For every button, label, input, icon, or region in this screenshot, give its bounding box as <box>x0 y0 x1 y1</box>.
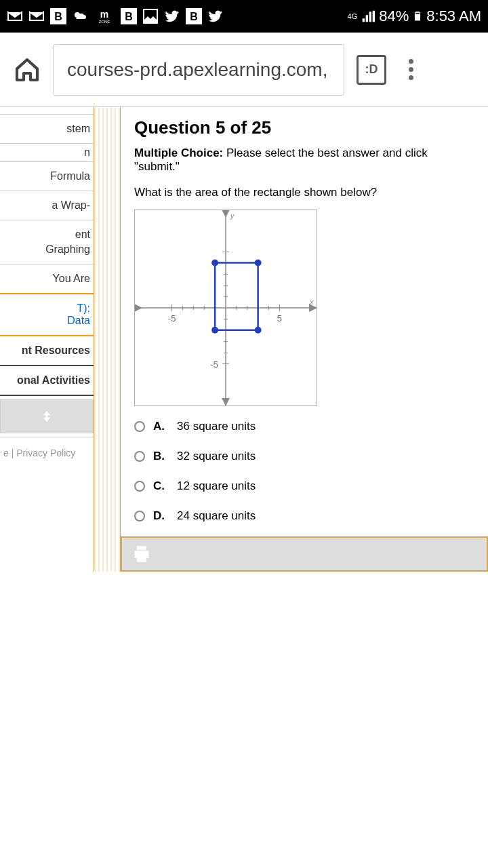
weather-icon <box>72 8 88 24</box>
status-right: 4G 84% 8:53 AM <box>348 7 481 25</box>
signal-icon <box>361 8 375 24</box>
tabs-button[interactable]: :D <box>357 55 386 85</box>
battery-percent: 84% <box>379 7 409 25</box>
coordinate-graph: -5 5 -5 x y <box>134 210 317 406</box>
sidebar-item[interactable]: stem <box>0 114 94 144</box>
svg-text:B: B <box>190 11 198 22</box>
svg-text:ZONE: ZONE <box>99 20 110 24</box>
menu-icon[interactable] <box>399 59 424 80</box>
notification-icons: B mZONE B B <box>7 8 224 24</box>
radio-icon[interactable] <box>134 481 145 492</box>
svg-point-41 <box>211 260 218 267</box>
svg-point-43 <box>211 327 218 334</box>
svg-text:m: m <box>100 9 108 20</box>
twitter-icon <box>207 8 224 24</box>
b-icon: B <box>186 8 202 24</box>
sidebar-item[interactable]: Formula <box>0 162 94 191</box>
sidebar-item-active[interactable]: Data <box>0 315 94 336</box>
radio-icon[interactable] <box>134 451 145 462</box>
battery-icon <box>413 8 422 24</box>
sidebar-header[interactable]: onal Activities <box>0 366 94 396</box>
svg-rect-40 <box>215 262 258 330</box>
choice-b[interactable]: B.32 square units <box>134 450 474 463</box>
svg-rect-11 <box>415 14 420 20</box>
b-icon: B <box>121 8 137 24</box>
mail-icon <box>7 8 23 24</box>
browser-toolbar: courses-prd.apexlearning.com, :D <box>0 33 488 107</box>
sidebar-item-active[interactable]: T): <box>0 294 94 315</box>
sidebar-item[interactable]: a Wrap- <box>0 191 94 220</box>
svg-rect-12 <box>417 12 420 12</box>
svg-text:y: y <box>230 212 235 220</box>
url-bar[interactable]: courses-prd.apexlearning.com, <box>53 44 344 96</box>
sidebar-item[interactable]: Graphing <box>0 242 94 264</box>
radio-icon[interactable] <box>134 511 145 521</box>
svg-text:x: x <box>309 298 314 306</box>
sidebar-item[interactable]: ent <box>0 220 94 242</box>
image-icon <box>142 8 159 24</box>
question-panel: Question 5 of 25 Multiple Choice: Please… <box>121 107 488 572</box>
tree-icon <box>40 410 54 423</box>
collapse-button[interactable] <box>0 399 94 433</box>
sidebar-item[interactable]: You Are <box>0 264 94 294</box>
graph-svg: -5 5 -5 x y <box>135 210 317 406</box>
network-type: 4G <box>348 12 358 20</box>
divider <box>94 107 121 572</box>
svg-text:B: B <box>125 11 133 22</box>
url-text: courses-prd.apexlearning.com, <box>67 59 327 81</box>
footer-links[interactable]: e | Privacy Policy <box>0 437 94 469</box>
home-icon[interactable] <box>14 56 41 83</box>
status-bar: B mZONE B B 4G 84% 8:53 AM <box>0 0 488 33</box>
clock: 8:53 AM <box>426 7 481 25</box>
question-prompt: What is the area of the rectangle shown … <box>134 186 474 199</box>
page-content: stem n Formula a Wrap- ent Graphing You … <box>0 107 488 572</box>
choices: A.36 square units B.32 square units C.12… <box>134 420 474 523</box>
svg-text:-5: -5 <box>168 313 176 323</box>
choice-a[interactable]: A.36 square units <box>134 420 474 433</box>
svg-point-44 <box>255 327 262 334</box>
bottom-toolbar <box>121 536 488 572</box>
choice-c[interactable]: C.12 square units <box>134 479 474 493</box>
question-title: Question 5 of 25 <box>134 117 474 138</box>
b-icon: B <box>50 8 66 24</box>
twitter-icon <box>164 8 180 24</box>
question-type: Multiple Choice: Please select the best … <box>134 146 474 174</box>
sidebar-item[interactable]: n <box>0 144 94 162</box>
mzone-icon: mZONE <box>94 8 115 24</box>
svg-text:-5: -5 <box>210 359 218 370</box>
sidebar: stem n Formula a Wrap- ent Graphing You … <box>0 107 94 572</box>
svg-text:B: B <box>54 11 62 22</box>
mail-icon <box>28 8 45 24</box>
sidebar-header[interactable]: nt Resources <box>0 336 94 366</box>
radio-icon[interactable] <box>134 421 145 432</box>
svg-point-42 <box>255 260 262 267</box>
print-icon[interactable] <box>132 545 151 564</box>
svg-text:5: 5 <box>277 313 282 323</box>
choice-d[interactable]: D.24 square units <box>134 509 474 523</box>
